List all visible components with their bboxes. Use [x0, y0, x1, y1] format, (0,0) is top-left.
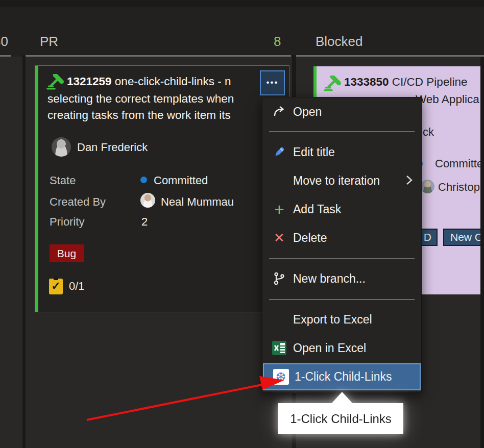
created-by-label: Created By	[50, 195, 106, 209]
avatar	[52, 137, 71, 157]
tooltip: 1-Click Child-Links	[278, 390, 403, 436]
work-item-type-gavel-icon	[324, 76, 341, 92]
menu-item-open-in-excel[interactable]: Open in Excel	[262, 334, 421, 362]
created-by-value: Neal Mummau	[161, 195, 234, 209]
prev-column-count: 30	[0, 34, 8, 49]
blocked-column-title[interactable]: Blocked	[316, 34, 363, 49]
priority-value: 2	[141, 215, 148, 229]
card-title-line1: 1321259 one-click-child-links - n	[67, 75, 231, 88]
tooltip-arrow	[331, 392, 353, 404]
column-header-divider	[296, 55, 484, 57]
state-value: Committed	[435, 157, 480, 170]
menu-item-delete[interactable]: ✕ Delete	[262, 223, 421, 252]
pencil-icon	[269, 145, 289, 159]
card-text-fragment: ck	[423, 126, 434, 139]
card-context-menu: Open Edit title Move to iteration + Add …	[262, 97, 422, 393]
card-accent-bar	[35, 66, 38, 312]
priority-label: Priority	[50, 215, 84, 229]
pr-column-title[interactable]: PR	[40, 34, 58, 49]
tag-chip-bug: Bug	[50, 244, 84, 262]
checklist-count: 0/1	[69, 280, 85, 293]
child-links-snowflake-icon: ❆	[271, 369, 291, 385]
chevron-right-icon	[405, 173, 413, 189]
assignee-name: Dan Frederick	[77, 141, 148, 154]
state-label: State	[50, 174, 76, 187]
menu-item-move-to-iteration[interactable]: Move to iteration	[262, 166, 421, 195]
work-item-id: 1333850	[344, 76, 389, 88]
column-prev-partial	[0, 57, 22, 448]
menu-divider	[269, 258, 415, 259]
column-gap	[22, 55, 26, 448]
open-arrow-icon	[269, 105, 289, 118]
plus-icon: +	[269, 202, 289, 217]
tooltip-text: 1-Click Child-Links	[278, 403, 403, 434]
card-title-line3: creating tasks from the work item its	[47, 109, 231, 122]
column-gap	[480, 55, 484, 448]
state-value: Committed	[154, 174, 208, 187]
menu-divider	[269, 299, 415, 300]
card-title-line2: selecting the correct templates when	[47, 92, 234, 106]
work-item-id: 1321259	[67, 75, 112, 88]
pr-column-count: 8	[274, 34, 281, 49]
menu-item-new-branch[interactable]: New branch...	[262, 264, 421, 293]
card-title-line1: 1333850 CI/CD Pipeline	[344, 76, 467, 89]
card-more-actions-button[interactable]: •••	[260, 70, 285, 95]
column-header-divider	[0, 55, 11, 57]
window-top-edge	[0, 0, 484, 7]
menu-item-export-to-excel[interactable]: Export to Excel	[262, 305, 421, 334]
menu-item-open[interactable]: Open	[262, 97, 421, 126]
checklist-icon	[49, 279, 63, 294]
git-branch-icon	[269, 272, 289, 285]
menu-item-edit-title[interactable]: Edit title	[262, 138, 421, 166]
delete-x-icon: ✕	[269, 230, 289, 246]
menu-item-add-task[interactable]: + Add Task	[262, 195, 421, 223]
tag-chip: New C	[443, 229, 480, 246]
avatar	[140, 193, 155, 208]
menu-divider	[269, 131, 415, 132]
state-dot	[140, 177, 147, 183]
kanban-board: 30 PR 8 Blocked 1333850 CI/CD Pipeline W…	[0, 0, 484, 448]
excel-icon	[269, 341, 289, 355]
column-header-divider	[26, 55, 291, 57]
work-item-type-gavel-icon	[46, 74, 64, 90]
work-item-card-1321259[interactable]: 1321259 one-click-child-links - n select…	[35, 65, 289, 312]
assignee-name: Christop	[438, 181, 480, 194]
avatar	[421, 180, 434, 193]
card-title-line2: Web Applica	[416, 93, 479, 106]
menu-item-1-click-child-links[interactable]: ❆ 1-Click Child-Links	[263, 363, 421, 390]
